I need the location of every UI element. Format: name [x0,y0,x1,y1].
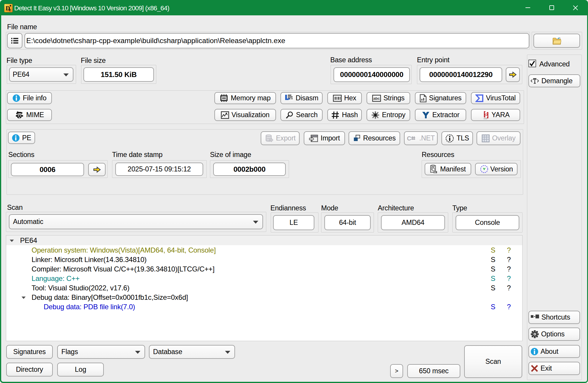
svg-text:abc: abc [373,96,380,101]
svg-text:C: C [407,135,411,142]
